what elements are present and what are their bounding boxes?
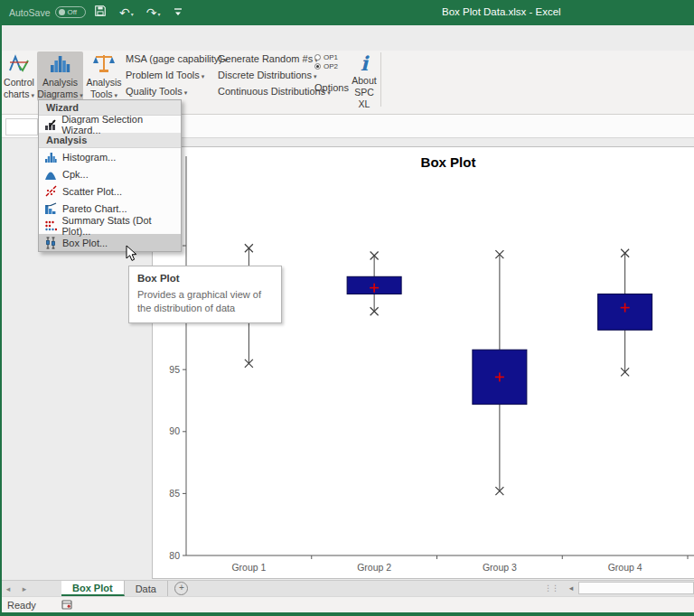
radio-op2-label: OP2 (324, 62, 338, 70)
menu-item-label: Diagram Selection Wizard... (61, 114, 181, 135)
autosave-label: AutoSave (9, 7, 51, 18)
title-bar: AutoSave Off ↶▾ ↷▾ Box Plot Data.xlsx - … (0, 0, 694, 25)
sheet-tab-data[interactable]: Data (125, 581, 168, 596)
window-title: Box Plot Data.xlsx - Excel (442, 6, 561, 17)
save-icon[interactable] (94, 5, 107, 21)
undo-button[interactable]: ↶▾ (119, 6, 134, 19)
svg-text:Box Plot: Box Plot (421, 154, 476, 170)
histogram-icon (39, 151, 62, 163)
customize-qat-icon[interactable] (174, 5, 183, 21)
menu-item-label: Cpk... (62, 169, 89, 180)
analysis-tools-button[interactable]: AnalysisTools (84, 51, 124, 101)
ribbon-menu-problem-id-tools[interactable]: Problem Id Tools (126, 69, 228, 81)
analysis-tools-icon (92, 51, 116, 77)
menu-item-label: Scatter Plot... (62, 186, 122, 197)
ribbon-menu-quality-tools[interactable]: Quality Tools (126, 85, 228, 98)
analysis-tools-label: AnalysisTools (86, 77, 121, 100)
analysis-diagrams-label: AnalysisDiagrams (37, 77, 82, 100)
svg-text:Group 2: Group 2 (357, 562, 391, 573)
menu-section-analysis: Analysis (39, 133, 181, 148)
info-icon: i (361, 51, 368, 75)
ribbon-menu-col1: MSA (gage capability)Problem Id ToolsQua… (126, 52, 228, 98)
svg-text:90: 90 (169, 425, 180, 436)
boxplot-chart[interactable]: Box Plot80859095100105Group 1Group 2Grou… (152, 146, 694, 579)
excel-window: AutoSave Off ↶▾ ↷▾ Box Plot Data.xlsx - … (0, 0, 694, 616)
window-left-border (0, 25, 2, 612)
analysis-diagrams-icon (49, 51, 72, 77)
menu-item-cpk[interactable]: Cpk... (39, 165, 181, 182)
autosave-state: Off (68, 8, 78, 16)
redo-button[interactable]: ↷▾ (146, 6, 161, 19)
toggle-knob-icon (59, 9, 65, 15)
name-box[interactable] (5, 118, 38, 135)
scrollbar-resize-dots-icon[interactable]: ⋮⋮ (544, 583, 558, 593)
chevron-down-icon: ▾ (157, 12, 160, 19)
autosave-toggle[interactable]: AutoSave Off (9, 6, 86, 18)
ribbon-group-separator (380, 52, 381, 107)
status-ready-label: Ready (7, 600, 36, 611)
menu-item-label: Pareto Chart... (62, 203, 127, 214)
menu-item-summary-stats-dot-plot[interactable]: Summary Stats (Dot Plot)... (39, 217, 181, 234)
dot-plot-icon (39, 219, 62, 232)
tooltip-body: Provides a graphical view of the distrib… (137, 288, 275, 315)
redo-icon: ↷ (146, 6, 157, 19)
autosave-pill[interactable]: Off (55, 6, 86, 18)
boxplot-chart-canvas: Box Plot80859095100105Group 1Group 2Grou… (153, 147, 694, 578)
sheet-tab-box-plot[interactable]: Box Plot (61, 581, 125, 596)
window-bottom-border (0, 612, 694, 616)
undo-icon: ↶ (119, 6, 130, 19)
boxplot-tooltip: Box Plot Provides a graphical view of th… (128, 266, 282, 323)
scrollbar-thumb[interactable] (578, 582, 694, 594)
menu-item-scatter-plot[interactable]: Scatter Plot... (39, 182, 181, 200)
cpk-icon (39, 168, 62, 181)
chevron-down-icon: ▾ (131, 12, 134, 19)
radio-selected-icon (314, 63, 321, 70)
sheet-nav-left-icon[interactable]: ◂ (0, 581, 16, 596)
tab-strip-spacer (33, 581, 61, 596)
radio-icon (314, 54, 321, 61)
menu-item-label: Summary Stats (Dot Plot)... (62, 215, 181, 237)
plus-icon: + (174, 582, 188, 595)
analysis-diagrams-button[interactable]: AnalysisDiagrams (37, 51, 83, 101)
scatter-plot-icon (39, 185, 62, 198)
menu-item-diagram-selection-wizard[interactable]: Diagram Selection Wizard... (39, 116, 181, 133)
svg-text:95: 95 (169, 364, 180, 375)
analysis-diagrams-menu: WizardDiagram Selection Wizard...Analysi… (38, 99, 182, 252)
sheet-nav-right-icon[interactable]: ▸ (16, 581, 33, 596)
ribbon-menu-msa-gage-capability-[interactable]: MSA (gage capability) (126, 52, 228, 65)
add-sheet-button[interactable]: + (168, 581, 195, 596)
menu-item-box-plot[interactable]: Box Plot... (39, 234, 181, 251)
control-charts-icon (7, 51, 31, 77)
menu-item-label: Box Plot... (62, 238, 108, 248)
svg-text:Group 1: Group 1 (231, 562, 266, 573)
svg-text:Group 4: Group 4 (608, 562, 642, 573)
box-plot-icon (39, 237, 62, 249)
horizontal-scrollbar[interactable]: ⋮⋮ ◂ (544, 580, 694, 596)
tooltip-title: Box Plot (137, 273, 273, 284)
mouse-cursor-icon (126, 245, 141, 266)
svg-text:Group 3: Group 3 (483, 562, 517, 573)
menu-item-histogram[interactable]: Histogram... (39, 148, 181, 165)
svg-text:85: 85 (169, 488, 180, 499)
quick-access-toolbar: ↶▾ ↷▾ (94, 3, 183, 23)
svg-text:80: 80 (169, 550, 180, 561)
pareto-chart-icon (39, 202, 62, 215)
status-bar: Ready (0, 596, 694, 612)
radio-op1-label: OP1 (324, 53, 338, 61)
macro-record-icon[interactable] (61, 600, 72, 610)
sheet-tabs: Box PlotData (61, 581, 168, 596)
about-spcxl-label: AboutSPC XL (349, 75, 380, 109)
menu-item-label: Histogram... (62, 152, 116, 163)
about-spcxl-button[interactable]: i AboutSPC XL (349, 51, 380, 101)
control-charts-button[interactable]: Controlcharts (2, 51, 36, 101)
control-charts-label: Controlcharts (4, 77, 34, 100)
wizard-diagram-icon (39, 118, 61, 131)
scroll-left-icon[interactable]: ◂ (564, 583, 578, 593)
